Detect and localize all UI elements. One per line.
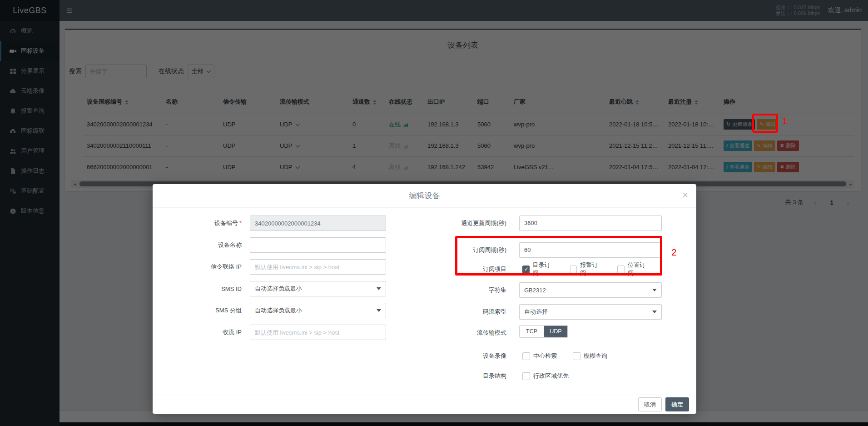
checkbox-catalog-subscribe[interactable]: 目录订阅 — [519, 261, 554, 277]
chevron-down-icon — [652, 311, 657, 313]
field-sip-ip: 信令联络 IP — [153, 259, 400, 275]
cancel-button[interactable]: 取消 — [638, 397, 662, 411]
edit-device-modal: 编辑设备 × 设备编号* 设备名称 信令联络 IP SMS ID — [153, 184, 696, 414]
field-subscribe-items: 订阅项目 目录订阅 报警订阅 位置订阅 — [407, 264, 696, 274]
stream-mode-toggle: TCP UDP — [519, 325, 568, 338]
recv-ip-input[interactable] — [250, 325, 386, 340]
field-subscribe-period: 订阅周期(秒) — [407, 242, 696, 258]
field-device-id: 设备编号* — [153, 216, 400, 231]
field-charset: 字符集 GB2312 — [407, 282, 696, 298]
sms-group-select[interactable]: 自动选择负载最小 — [250, 303, 386, 318]
sms-id-select[interactable]: 自动选择负载最小 — [250, 281, 386, 296]
device-name-input[interactable] — [250, 237, 386, 253]
udp-option[interactable]: UDP — [544, 326, 568, 337]
required-mark: * — [239, 220, 242, 226]
modal-title: 编辑设备 — [153, 184, 696, 208]
modal-footer: 取消 确定 — [153, 395, 696, 414]
livegbs-app: LiveGBS 概览 国标设备 分屏展示 云端录像 报警查询 — [0, 0, 868, 426]
channel-period-input[interactable] — [519, 216, 662, 231]
checkbox-icon — [570, 266, 577, 273]
checkbox-alarm-subscribe[interactable]: 报警订阅 — [567, 261, 602, 277]
field-catalog-structure: 目录结构 行政区域优先 — [407, 371, 696, 381]
subscribe-period-input[interactable] — [519, 242, 662, 258]
form-column-right: 通道更新周期(秒) 订阅周期(秒) 订阅项目 目录订阅 报警订阅 位置订阅 — [407, 208, 696, 387]
tcp-option[interactable]: TCP — [520, 326, 544, 337]
stream-index-select[interactable]: 自动选择 — [519, 304, 662, 320]
checkbox-icon — [522, 352, 530, 360]
chevron-down-icon — [652, 289, 657, 291]
field-sms-id: SMS ID 自动选择负载最小 — [153, 281, 400, 296]
field-stream-mode: 流传输模式 TCP UDP — [407, 326, 696, 339]
chevron-down-icon — [377, 309, 381, 312]
checkbox-fuzzy-query[interactable]: 模糊查询 — [570, 352, 607, 360]
charset-select[interactable]: GB2312 — [519, 282, 662, 298]
field-channel-period: 通道更新周期(秒) — [407, 215, 696, 231]
checkbox-icon — [617, 266, 625, 273]
checkbox-center-search[interactable]: 中心检索 — [519, 352, 557, 360]
field-device-record: 设备录像 中心检索 模糊查询 — [407, 351, 696, 361]
modal-header: 编辑设备 × — [153, 184, 696, 208]
chevron-down-icon — [377, 287, 381, 290]
field-sms-group: SMS 分组 自动选择负载最小 — [153, 303, 400, 318]
field-device-name: 设备名称 — [153, 237, 400, 253]
close-icon[interactable]: × — [682, 184, 688, 206]
checkbox-icon — [522, 266, 530, 273]
checkbox-position-subscribe[interactable]: 位置订阅 — [614, 261, 649, 277]
form-column-left: 设备编号* 设备名称 信令联络 IP SMS ID 自动选择负载最小 SMS 分… — [153, 216, 400, 346]
modal-body: 设备编号* 设备名称 信令联络 IP SMS ID 自动选择负载最小 SMS 分… — [153, 208, 696, 395]
device-id-input — [250, 216, 386, 231]
checkbox-admin-region-first[interactable]: 行政区域优先 — [519, 372, 569, 380]
confirm-button[interactable]: 确定 — [665, 397, 689, 411]
sip-ip-input[interactable] — [250, 259, 386, 275]
field-recv-ip: 收流 IP — [153, 325, 400, 340]
checkbox-icon — [522, 372, 530, 380]
field-stream-index: 码流索引 自动选择 — [407, 304, 696, 320]
checkbox-icon — [573, 352, 580, 360]
